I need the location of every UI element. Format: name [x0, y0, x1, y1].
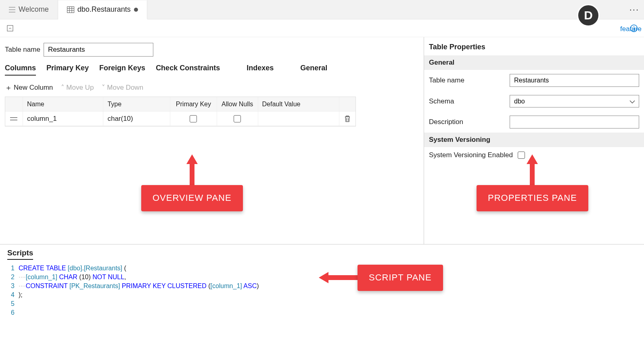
prop-description-input[interactable] — [510, 116, 639, 128]
prop-table-name-label: Table name — [429, 76, 505, 84]
tab-welcome[interactable]: Welcome — [0, 0, 58, 19]
section-sysver: System Versioning — [424, 133, 644, 147]
col-header-name: Name — [23, 97, 104, 111]
new-column-button[interactable]: ＋New Column — [5, 83, 53, 93]
overview-pane: Table name Columns Primary Key Foreign K… — [0, 37, 424, 244]
plus-icon: ＋ — [5, 83, 12, 93]
more-icon[interactable]: ··· — [629, 4, 639, 15]
table-icon — [67, 6, 74, 13]
dtab-general[interactable]: General — [300, 64, 327, 75]
col-header-default: Default Value — [258, 97, 340, 111]
feature-link[interactable]: feature — [620, 25, 642, 33]
prop-schema-select[interactable]: dbo — [510, 95, 639, 107]
callout-overview: OVERVIEW PANE — [141, 154, 243, 211]
svg-rect-8 — [7, 25, 13, 31]
dirty-indicator-icon — [134, 8, 138, 12]
chevron-down-icon: ˅ — [102, 84, 105, 92]
section-general: General — [424, 55, 644, 70]
avatar[interactable]: D — [577, 4, 600, 27]
move-up-button[interactable]: ˄ Move Up — [61, 84, 94, 92]
svg-rect-3 — [67, 6, 74, 13]
sysver-checkbox[interactable] — [518, 152, 525, 159]
delete-row-button[interactable] — [339, 112, 355, 126]
move-down-button[interactable]: ˅ Move Down — [102, 84, 143, 92]
designer-toolbar — [0, 19, 644, 37]
table-name-input[interactable] — [44, 43, 153, 57]
menu-icon — [9, 7, 15, 13]
tab-strip: Welcome dbo.Restaurants ··· — [0, 0, 644, 19]
col-header-pk: Primary Key — [170, 97, 217, 111]
scripts-title: Scripts — [7, 249, 33, 260]
sql-editor[interactable]: 1CREATE TABLE [dbo].[Restaurants] (2····… — [7, 264, 637, 317]
pk-checkbox[interactable] — [190, 115, 197, 122]
prop-table-name-input[interactable] — [510, 74, 639, 87]
designer-tabs: Columns Primary Key Foreign Keys Check C… — [5, 64, 419, 76]
dtab-foreign-keys[interactable]: Foreign Keys — [99, 64, 145, 75]
publish-icon[interactable] — [6, 24, 15, 33]
table-name-label: Table name — [5, 46, 40, 54]
tab-welcome-label: Welcome — [19, 5, 49, 14]
chevron-up-icon: ˄ — [61, 84, 65, 92]
dtab-indexes[interactable]: Indexes — [247, 64, 274, 75]
cell-name[interactable]: column_1 — [23, 112, 104, 126]
scripts-pane: Scripts 1CREATE TABLE [dbo].[Restaurants… — [0, 244, 644, 337]
dtab-primary-key[interactable]: Primary Key — [46, 64, 89, 75]
properties-title: Table Properties — [424, 37, 644, 55]
properties-pane: Table Properties General Table name Sche… — [424, 37, 644, 244]
col-header-type: Type — [103, 97, 170, 111]
nulls-checkbox[interactable] — [234, 115, 241, 122]
columns-grid: Name Type Primary Key Allow Nulls Defaul… — [5, 97, 356, 126]
table-row[interactable]: column_1 char(10) — [5, 112, 355, 126]
tab-active-label: dbo.Restaurants — [77, 5, 131, 14]
tab-active[interactable]: dbo.Restaurants — [58, 0, 147, 19]
dtab-check-constraints[interactable]: Check Constraints — [156, 64, 220, 75]
prop-schema-label: Schema — [429, 97, 505, 105]
col-header-nulls: Allow Nulls — [217, 97, 258, 111]
prop-description-label: Description — [429, 118, 505, 126]
prop-sysver-label: System Versioning Enabled — [429, 151, 513, 159]
dtab-columns[interactable]: Columns — [5, 64, 36, 76]
drag-handle-icon[interactable] — [5, 112, 23, 126]
cell-type[interactable]: char(10) — [103, 112, 170, 126]
cell-default[interactable] — [258, 112, 340, 126]
